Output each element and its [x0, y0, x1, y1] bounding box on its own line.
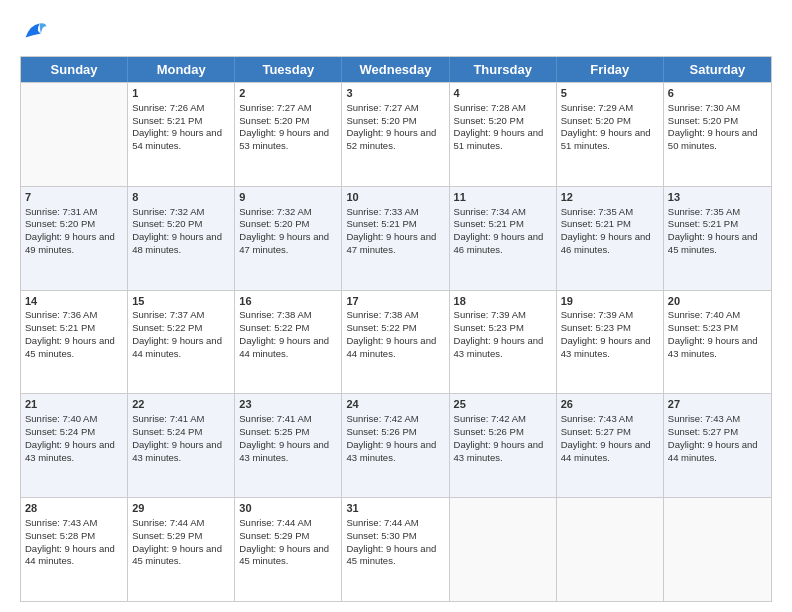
calendar-cell: 17Sunrise: 7:38 AMSunset: 5:22 PMDayligh…	[342, 291, 449, 394]
sunrise: Sunrise: 7:38 AM	[239, 309, 311, 320]
day-number: 6	[668, 86, 767, 101]
calendar-cell: 28Sunrise: 7:43 AMSunset: 5:28 PMDayligh…	[21, 498, 128, 601]
day-number: 3	[346, 86, 444, 101]
day-number: 7	[25, 190, 123, 205]
calendar-cell	[450, 498, 557, 601]
calendar-cell: 20Sunrise: 7:40 AMSunset: 5:23 PMDayligh…	[664, 291, 771, 394]
day-number: 28	[25, 501, 123, 516]
sunset: Sunset: 5:25 PM	[239, 426, 309, 437]
sunset: Sunset: 5:20 PM	[25, 218, 95, 229]
sunrise: Sunrise: 7:35 AM	[668, 206, 740, 217]
day-number: 5	[561, 86, 659, 101]
calendar-cell: 18Sunrise: 7:39 AMSunset: 5:23 PMDayligh…	[450, 291, 557, 394]
day-number: 29	[132, 501, 230, 516]
calendar-cell: 22Sunrise: 7:41 AMSunset: 5:24 PMDayligh…	[128, 394, 235, 497]
daylight: Daylight: 9 hours and 47 minutes.	[346, 231, 436, 255]
sunset: Sunset: 5:23 PM	[561, 322, 631, 333]
logo	[20, 18, 52, 46]
sunset: Sunset: 5:30 PM	[346, 530, 416, 541]
sunset: Sunset: 5:20 PM	[668, 115, 738, 126]
calendar-cell: 11Sunrise: 7:34 AMSunset: 5:21 PMDayligh…	[450, 187, 557, 290]
calendar-cell: 9Sunrise: 7:32 AMSunset: 5:20 PMDaylight…	[235, 187, 342, 290]
day-number: 24	[346, 397, 444, 412]
daylight: Daylight: 9 hours and 43 minutes.	[346, 439, 436, 463]
daylight: Daylight: 9 hours and 46 minutes.	[561, 231, 651, 255]
daylight: Daylight: 9 hours and 49 minutes.	[25, 231, 115, 255]
sunrise: Sunrise: 7:39 AM	[561, 309, 633, 320]
sunset: Sunset: 5:26 PM	[346, 426, 416, 437]
daylight: Daylight: 9 hours and 52 minutes.	[346, 127, 436, 151]
sunset: Sunset: 5:21 PM	[132, 115, 202, 126]
day-number: 2	[239, 86, 337, 101]
sunrise: Sunrise: 7:31 AM	[25, 206, 97, 217]
calendar-cell: 14Sunrise: 7:36 AMSunset: 5:21 PMDayligh…	[21, 291, 128, 394]
day-number: 11	[454, 190, 552, 205]
sunrise: Sunrise: 7:43 AM	[668, 413, 740, 424]
day-number: 31	[346, 501, 444, 516]
daylight: Daylight: 9 hours and 45 minutes.	[132, 543, 222, 567]
day-number: 13	[668, 190, 767, 205]
sunset: Sunset: 5:24 PM	[132, 426, 202, 437]
sunset: Sunset: 5:22 PM	[239, 322, 309, 333]
sunrise: Sunrise: 7:32 AM	[239, 206, 311, 217]
day-number: 21	[25, 397, 123, 412]
daylight: Daylight: 9 hours and 44 minutes.	[346, 335, 436, 359]
calendar-header: SundayMondayTuesdayWednesdayThursdayFrid…	[21, 57, 771, 82]
weekday-header: Thursday	[450, 57, 557, 82]
calendar-body: 1Sunrise: 7:26 AMSunset: 5:21 PMDaylight…	[21, 82, 771, 601]
daylight: Daylight: 9 hours and 43 minutes.	[561, 335, 651, 359]
sunrise: Sunrise: 7:27 AM	[239, 102, 311, 113]
weekday-header: Friday	[557, 57, 664, 82]
daylight: Daylight: 9 hours and 48 minutes.	[132, 231, 222, 255]
sunrise: Sunrise: 7:41 AM	[132, 413, 204, 424]
weekday-header: Monday	[128, 57, 235, 82]
day-number: 15	[132, 294, 230, 309]
sunset: Sunset: 5:23 PM	[454, 322, 524, 333]
daylight: Daylight: 9 hours and 43 minutes.	[25, 439, 115, 463]
sunrise: Sunrise: 7:29 AM	[561, 102, 633, 113]
daylight: Daylight: 9 hours and 44 minutes.	[239, 335, 329, 359]
daylight: Daylight: 9 hours and 45 minutes.	[346, 543, 436, 567]
sunset: Sunset: 5:20 PM	[239, 115, 309, 126]
weekday-header: Wednesday	[342, 57, 449, 82]
sunset: Sunset: 5:28 PM	[25, 530, 95, 541]
daylight: Daylight: 9 hours and 43 minutes.	[239, 439, 329, 463]
calendar-cell: 24Sunrise: 7:42 AMSunset: 5:26 PMDayligh…	[342, 394, 449, 497]
sunset: Sunset: 5:24 PM	[25, 426, 95, 437]
day-number: 25	[454, 397, 552, 412]
calendar-row: 1Sunrise: 7:26 AMSunset: 5:21 PMDaylight…	[21, 82, 771, 186]
calendar-cell: 27Sunrise: 7:43 AMSunset: 5:27 PMDayligh…	[664, 394, 771, 497]
calendar-cell: 5Sunrise: 7:29 AMSunset: 5:20 PMDaylight…	[557, 83, 664, 186]
page: SundayMondayTuesdayWednesdayThursdayFrid…	[0, 0, 792, 612]
calendar-cell: 12Sunrise: 7:35 AMSunset: 5:21 PMDayligh…	[557, 187, 664, 290]
calendar-cell: 3Sunrise: 7:27 AMSunset: 5:20 PMDaylight…	[342, 83, 449, 186]
sunrise: Sunrise: 7:41 AM	[239, 413, 311, 424]
daylight: Daylight: 9 hours and 44 minutes.	[668, 439, 758, 463]
calendar-cell: 21Sunrise: 7:40 AMSunset: 5:24 PMDayligh…	[21, 394, 128, 497]
sunrise: Sunrise: 7:36 AM	[25, 309, 97, 320]
calendar-cell: 13Sunrise: 7:35 AMSunset: 5:21 PMDayligh…	[664, 187, 771, 290]
day-number: 17	[346, 294, 444, 309]
calendar: SundayMondayTuesdayWednesdayThursdayFrid…	[20, 56, 772, 602]
sunset: Sunset: 5:21 PM	[668, 218, 738, 229]
daylight: Daylight: 9 hours and 43 minutes.	[454, 335, 544, 359]
calendar-cell: 16Sunrise: 7:38 AMSunset: 5:22 PMDayligh…	[235, 291, 342, 394]
daylight: Daylight: 9 hours and 51 minutes.	[454, 127, 544, 151]
day-number: 16	[239, 294, 337, 309]
calendar-cell: 23Sunrise: 7:41 AMSunset: 5:25 PMDayligh…	[235, 394, 342, 497]
daylight: Daylight: 9 hours and 47 minutes.	[239, 231, 329, 255]
daylight: Daylight: 9 hours and 45 minutes.	[239, 543, 329, 567]
day-number: 30	[239, 501, 337, 516]
sunset: Sunset: 5:23 PM	[668, 322, 738, 333]
sunset: Sunset: 5:21 PM	[346, 218, 416, 229]
day-number: 27	[668, 397, 767, 412]
day-number: 26	[561, 397, 659, 412]
calendar-cell: 2Sunrise: 7:27 AMSunset: 5:20 PMDaylight…	[235, 83, 342, 186]
calendar-cell	[664, 498, 771, 601]
calendar-cell: 4Sunrise: 7:28 AMSunset: 5:20 PMDaylight…	[450, 83, 557, 186]
daylight: Daylight: 9 hours and 54 minutes.	[132, 127, 222, 151]
day-number: 8	[132, 190, 230, 205]
daylight: Daylight: 9 hours and 51 minutes.	[561, 127, 651, 151]
sunrise: Sunrise: 7:40 AM	[668, 309, 740, 320]
day-number: 22	[132, 397, 230, 412]
